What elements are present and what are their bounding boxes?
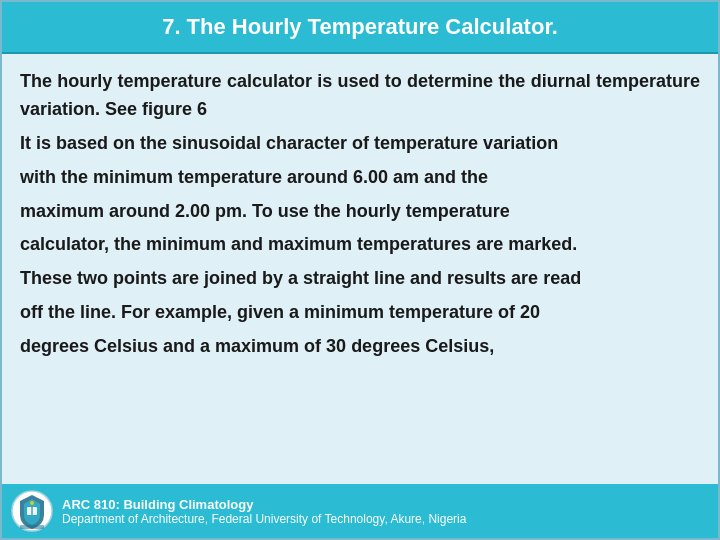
paragraph-2: It is based on the sinusoidal character … bbox=[20, 130, 700, 158]
paragraph-1: The hourly temperature calculator is use… bbox=[20, 68, 700, 124]
svg-rect-4 bbox=[20, 525, 44, 529]
footer-line2: Department of Architecture, Federal Univ… bbox=[62, 512, 466, 526]
paragraph-4: maximum around 2.00 pm. To use the hourl… bbox=[20, 198, 700, 226]
paragraph-5: calculator, the minimum and maximum temp… bbox=[20, 231, 700, 259]
slide-header: 7. The Hourly Temperature Calculator. bbox=[2, 2, 718, 54]
paragraph-8: degrees Celsius and a maximum of 30 degr… bbox=[20, 333, 700, 361]
footer-line1: ARC 810: Building Climatology bbox=[62, 497, 466, 512]
footer-text: ARC 810: Building Climatology Department… bbox=[62, 497, 466, 526]
university-logo bbox=[10, 489, 54, 533]
header-title: 7. The Hourly Temperature Calculator. bbox=[162, 14, 558, 39]
page-container: 7. The Hourly Temperature Calculator. Th… bbox=[0, 0, 720, 540]
paragraph-3: with the minimum temperature around 6.00… bbox=[20, 164, 700, 192]
paragraph-7: off the line. For example, given a minim… bbox=[20, 299, 700, 327]
content-area: The hourly temperature calculator is use… bbox=[2, 54, 718, 484]
paragraph-6: These two points are joined by a straigh… bbox=[20, 265, 700, 293]
footer: ARC 810: Building Climatology Department… bbox=[2, 484, 718, 538]
svg-point-3 bbox=[30, 501, 34, 505]
